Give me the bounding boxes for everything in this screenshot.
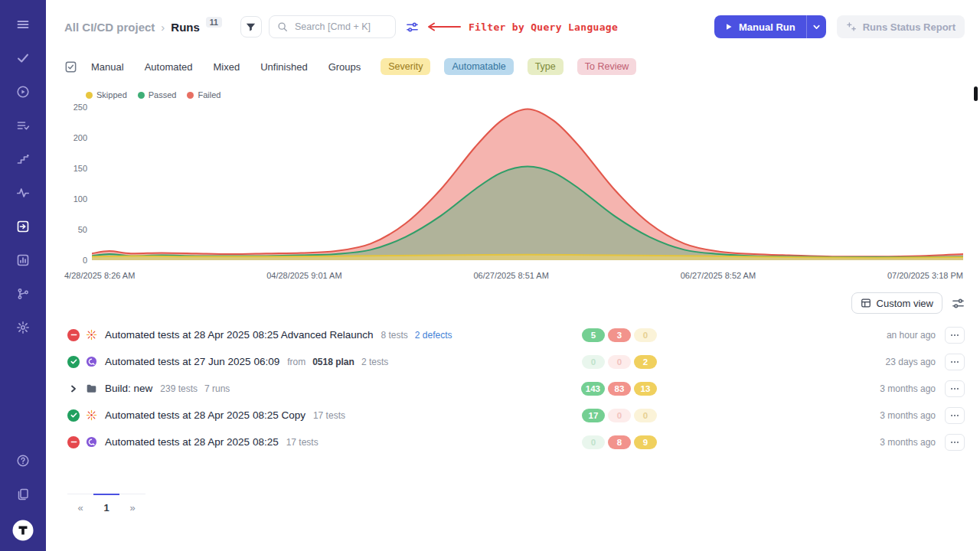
custom-view-button[interactable]: Custom view [851,292,942,314]
qase-icon [86,356,98,367]
count-passed: 0 [582,435,605,449]
run-title[interactable]: Automated tests at 28 Apr 2025 08:25 Cop… [105,409,305,421]
sidebar-activity-icon[interactable] [6,176,40,210]
run-row[interactable]: Automated tests at 27 Jun 2025 06:09 fro… [46,348,980,375]
page-1-button[interactable]: 1 [93,494,119,514]
manual-run-dropdown-button[interactable] [806,15,826,38]
search-input[interactable] [293,21,387,33]
x-tick: 4/28/2025 8:26 AM [64,271,135,280]
runs-results-chart [92,106,963,266]
funnel-icon [245,21,256,33]
count-failed: 0 [608,409,631,422]
runs-status-report-button[interactable]: Runs Status Report [837,15,965,38]
y-tick: 0 [83,256,87,265]
sidebar-bar-chart-icon[interactable] [6,243,40,277]
filter-bar: ManualAutomatedMixedUnfinishedGroups Sev… [46,54,980,81]
scrollbar-thumb[interactable] [974,86,978,101]
count-skipped: 13 [634,382,657,396]
tab-groups[interactable]: Groups [328,61,361,73]
query-language-filter-icon[interactable] [406,21,419,34]
filter-chips: SeverityAutomatableTypeTo Review [381,58,636,75]
filter-tabs: ManualAutomatedMixedUnfinishedGroups [91,61,361,73]
sidebar-nav [6,8,40,344]
sidebar-steps-icon[interactable] [6,142,40,176]
run-status-icon [67,409,80,422]
select-all-icon[interactable] [64,60,77,73]
run-title[interactable]: Automated tests at 28 Apr 2025 08:25 [105,436,279,448]
tab-unfinished[interactable]: Unfinished [260,61,307,73]
count-failed: 83 [608,382,631,396]
run-row[interactable]: Automated tests at 28 Apr 2025 08:25 Adv… [46,321,980,348]
run-title[interactable]: Automated tests at 27 Jun 2025 06:09 [105,356,279,367]
chip-severity[interactable]: Severity [381,58,430,75]
run-time: 23 days ago [886,357,936,367]
ellipsis-icon [949,357,960,367]
row-menu-button[interactable] [945,327,965,344]
run-meta-item: 239 tests [160,383,198,394]
run-row[interactable]: Build: new 239 tests7 runs 1438313 3 mon… [46,375,980,402]
run-status-icon [67,356,80,368]
page-last-button[interactable]: » [119,494,145,514]
x-tick: 06/27/2025 8:51 AM [473,271,548,280]
app-logo-icon[interactable] [11,519,34,542]
grid-view-icon [861,298,871,308]
tab-automated[interactable]: Automated [145,61,193,73]
chart-y-axis: 050100150200250 [64,106,92,266]
sidebar-docs-icon[interactable] [6,478,40,511]
view-settings-icon[interactable] [952,297,965,310]
tab-mixed[interactable]: Mixed [214,61,240,73]
run-meta-item: 17 tests [313,410,345,421]
sidebar-list-check-icon[interactable] [6,109,40,142]
run-meta: 8 tests2 defects [381,330,452,341]
y-tick: 100 [74,194,87,204]
run-title[interactable]: Automated tests at 28 Apr 2025 08:25 Adv… [105,329,374,341]
row-menu-button[interactable] [945,407,965,424]
play-icon [725,23,733,31]
run-title[interactable]: Build: new [105,383,152,394]
chip-automatable[interactable]: Automatable [444,58,513,75]
filter-button[interactable] [240,16,262,37]
area-passed [92,167,963,260]
ellipsis-icon [949,330,960,341]
run-counts: 1700 [580,409,657,422]
row-menu-button[interactable] [945,380,965,397]
breadcrumb-project[interactable]: All CI/CD project [64,21,155,34]
manual-run-label: Manual Run [739,21,795,33]
expand-chevron-icon[interactable] [67,383,80,395]
sidebar-branch-icon[interactable] [6,277,40,311]
sidebar-inbox-arrow-icon[interactable] [6,210,40,243]
legend-passed: Passed [138,90,177,99]
sparkle-plus-icon [846,21,857,32]
chevron-down-icon [812,23,821,31]
chart-legend: SkippedPassedFailed [86,90,963,99]
sidebar-help-icon[interactable] [6,444,40,478]
app-root: All CI/CD project › Runs 11 Filter by Qu… [0,0,980,551]
run-row[interactable]: Automated tests at 28 Apr 2025 08:25 17 … [46,429,980,455]
run-counts: 1438313 [580,382,657,396]
y-tick: 150 [74,164,87,173]
sidebar-check-icon[interactable] [6,41,40,75]
chip-type[interactable]: Type [528,58,564,75]
sidebar-menu-icon[interactable] [6,8,40,41]
row-menu-button[interactable] [945,434,965,451]
count-passed: 5 [582,328,605,342]
chart-body: 050100150200250 [64,106,963,266]
count-failed: 0 [608,355,631,369]
page-first-button[interactable]: « [67,494,93,514]
tab-manual[interactable]: Manual [91,61,124,73]
count-passed: 0 [582,355,605,369]
sidebar-gear-icon[interactable] [6,311,40,344]
run-meta-item: 17 tests [286,437,318,448]
run-meta-item: 8 tests [381,330,408,341]
defects-link[interactable]: 2 defects [415,330,452,341]
folder-icon [86,383,98,394]
count-skipped: 2 [634,355,657,369]
sidebar-play-circle-icon[interactable] [6,75,40,109]
row-menu-button[interactable] [945,354,965,370]
run-row[interactable]: Automated tests at 28 Apr 2025 08:25 Cop… [46,402,980,429]
manual-run-button[interactable]: Manual Run [714,15,806,38]
chip-to-review[interactable]: To Review [577,58,637,75]
manual-run-split-button: Manual Run [714,15,826,38]
search-box[interactable] [269,15,396,38]
run-status-icon [67,329,80,341]
